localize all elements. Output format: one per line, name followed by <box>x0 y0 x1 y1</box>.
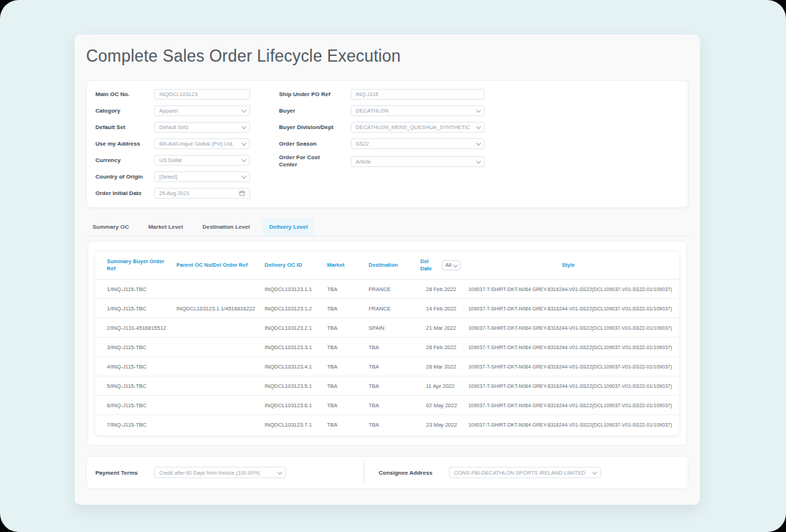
chevron-down-icon <box>592 470 597 474</box>
default-set-label: Default Set <box>95 124 154 131</box>
order-header-form: Main OC No. INQDCL103123 Category Appare… <box>86 80 688 208</box>
table-row: 1/INQ-J115-TBC INQDCL103123.1.1/45168162… <box>95 299 679 318</box>
cell-delivery-oc-id: INQDCL103123.1.1 <box>265 286 327 293</box>
table-row: 6/INQ-J115-TBC INQDCL103123.6.1 TBA TBA … <box>95 396 679 415</box>
table-row: 7/INQ-J115-TBC INQDCL103123.7.1 TBA TBA … <box>95 415 679 434</box>
cell-destination: TBA <box>369 364 420 370</box>
cell-destination: TBA <box>369 344 420 351</box>
cell-style: 109037-T-SHIRT-DKT-N064 GREY-8316244-V01… <box>465 287 672 292</box>
cell-del-date: 23 May 2022 <box>420 422 465 428</box>
cell-summary-buyer-order-ref: 1/INQ-J115-TBC <box>107 305 176 312</box>
buyer-division-label: Buyer Division/Dept <box>279 124 351 131</box>
calendar-icon[interactable] <box>239 190 245 196</box>
category-label: Category <box>95 108 154 115</box>
cell-destination: SPAIN <box>369 325 420 331</box>
field-buyer: Buyer DECATHLON <box>279 103 681 119</box>
chevron-down-icon <box>242 157 246 161</box>
tab-delivery-level[interactable]: Delivery Level <box>262 219 314 236</box>
chevron-down-icon <box>476 141 480 145</box>
cell-summary-buyer-order-ref: 7/INQ-J115-TBC <box>107 422 176 428</box>
footer-divider <box>364 461 364 484</box>
order-initial-date-label: Order Initial Date <box>95 190 154 197</box>
cell-delivery-oc-id: INQDCL103123.6.1 <box>265 402 327 409</box>
level-tabs: Summary OC Market Level Destination Leve… <box>86 217 688 237</box>
cell-summary-buyer-order-ref: 6/INQ-J115-TBC <box>107 402 176 409</box>
cell-del-date: 14 Feb 2022 <box>420 305 465 312</box>
ship-under-po-ref-input[interactable]: INQ-J115 <box>351 89 485 100</box>
field-buyer-division: Buyer Division/Dept DECATHLON_MENS_QUESH… <box>279 119 681 136</box>
buyer-division-select[interactable]: DECATHLON_MENS_QUESHUA_SYNTHETIC <box>351 122 485 133</box>
currency-select[interactable]: US Dollar <box>154 155 250 166</box>
cell-del-date: 28 Mar 2022 <box>420 364 465 370</box>
del-date-filter-select[interactable]: All <box>442 260 460 270</box>
cell-delivery-oc-id: INQDCL103123.3.1 <box>265 344 327 351</box>
cell-market: TBA <box>327 286 369 293</box>
payment-terms-select[interactable]: Credit after 60 Days from Invoice (100.0… <box>154 467 286 478</box>
table-row: 4/INQ-J115-TBC INQDCL103123.4.1 TBA TBA … <box>95 357 679 376</box>
cell-market: TBA <box>327 305 369 312</box>
chevron-down-icon <box>278 470 282 474</box>
chevron-down-icon <box>242 108 246 112</box>
chevron-down-icon <box>476 158 480 163</box>
field-country-of-origin: Country of Origin [Select] <box>95 168 343 185</box>
use-my-address-select[interactable]: Bill-Add-Inque Global (Pvt) Ltd. <box>154 138 250 149</box>
col-delivery-oc-id: Delivery OC ID <box>265 262 327 269</box>
field-order-season: Order Season SS22 <box>279 136 681 152</box>
main-oc-no-input[interactable]: INQDCL103123 <box>154 89 250 100</box>
country-of-origin-label: Country of Origin <box>95 174 154 181</box>
cell-market: TBA <box>327 402 369 409</box>
chevron-down-icon <box>476 124 480 128</box>
col-style: Style <box>465 262 672 269</box>
consignee-address-label: Consignee Address <box>379 470 445 476</box>
consignee-address-select[interactable]: CONS-FBI-DECATHLON SPORTS IRELAND LIMITE… <box>449 467 601 478</box>
cell-delivery-oc-id: INQDCL103123.7.1 <box>265 422 327 428</box>
order-for-cost-center-select[interactable]: Article <box>351 156 485 167</box>
field-ship-under-po-ref: Ship Under PO Ref INQ-J115 <box>279 86 681 103</box>
cell-market: TBA <box>327 325 369 331</box>
main-card: Complete Sales Order Lifecycle Execution… <box>75 34 700 505</box>
buyer-select[interactable]: DECATHLON <box>351 105 485 116</box>
default-set-select[interactable]: Default Set1 <box>154 122 250 133</box>
col-del-date: Del Date All <box>420 258 465 272</box>
cell-del-date: 02 May 2022 <box>420 402 465 409</box>
category-select[interactable]: Apparel <box>154 105 250 116</box>
tab-destination-level[interactable]: Destination Level <box>196 219 256 236</box>
cell-summary-buyer-order-ref: 5/INQ-J115-TBC <box>107 383 176 389</box>
cell-market: TBA <box>327 364 369 370</box>
col-destination: Destination <box>369 262 420 269</box>
tab-summary-oc[interactable]: Summary OC <box>86 219 136 236</box>
chevron-down-icon <box>242 174 246 178</box>
order-season-select[interactable]: SS22 <box>351 138 485 149</box>
table-row: 1/INQ-J115-TBC INQDCL103123.1.1 TBA FRAN… <box>95 280 679 299</box>
cell-delivery-oc-id: INQDCL103123.5.1 <box>265 383 327 389</box>
footer-bar: Payment Terms Credit after 60 Days from … <box>86 456 688 489</box>
cell-destination: FRANCE <box>369 286 420 293</box>
page-title: Complete Sales Order Lifecycle Execution <box>86 47 401 66</box>
table-row: 5/INQ-J115-TBC INQDCL103123.5.1 TBA TBA … <box>95 376 679 396</box>
order-initial-date-input[interactable]: 25 Aug 2021 <box>154 188 250 199</box>
cell-delivery-oc-id: INQDCL103123.1.2 <box>265 305 327 312</box>
country-of-origin-select[interactable]: [Select] <box>154 171 250 182</box>
tab-market-level[interactable]: Market Level <box>142 219 189 236</box>
cell-destination: FRANCE <box>369 305 420 312</box>
ship-under-po-ref-label: Ship Under PO Ref <box>279 91 351 98</box>
cell-market: TBA <box>327 344 369 351</box>
cell-summary-buyer-order-ref: 1/INQ-J115-TBC <box>107 286 176 293</box>
cell-market: TBA <box>327 422 369 428</box>
form-right-column: Ship Under PO Ref INQ-J115 Buyer DECATHL… <box>279 86 681 171</box>
cell-summary-buyer-order-ref: 3/INQ-J115-TBC <box>107 344 176 351</box>
chevron-down-icon <box>476 108 480 112</box>
buyer-label: Buyer <box>279 108 351 115</box>
del-date-header-label: Del Date <box>420 258 439 272</box>
table-body: 1/INQ-J115-TBC INQDCL103123.1.1 TBA FRAN… <box>95 280 679 434</box>
field-order-for-cost-center: Order For Cost Center Article <box>279 152 681 171</box>
cell-style: 109037-T-SHIRT-DKT-N064 GREY-8316244-V01… <box>465 364 672 369</box>
main-oc-no-label: Main OC No. <box>95 91 154 98</box>
cell-del-date: 28 Feb 2022 <box>420 344 465 351</box>
chevron-down-icon <box>453 262 458 267</box>
col-summary-buyer-order-ref: Summary Buyer Order Ref <box>107 258 176 272</box>
cell-style: 109037-T-SHIRT-DKT-N064 GREY-8316244-V01… <box>465 306 672 311</box>
cell-delivery-oc-id: INQDCL103123.4.1 <box>265 364 327 370</box>
cell-style: 109037-T-SHIRT-DKT-N064 GREY-8316244-V01… <box>465 345 672 350</box>
cell-summary-buyer-order-ref: 4/INQ-J115-TBC <box>107 364 176 370</box>
